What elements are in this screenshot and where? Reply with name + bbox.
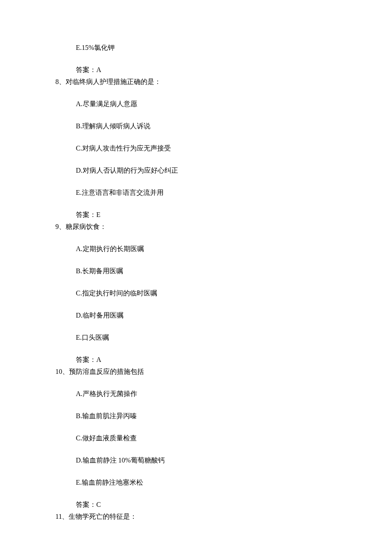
answer-value: E: [96, 211, 101, 218]
option-text: 输血前静注 10%葡萄糖酸钙: [83, 457, 165, 464]
option-text: 注意语言和非语言交流并用: [82, 189, 164, 196]
question-text: 对临终病人护理措施正确的是：: [66, 78, 161, 85]
orphan-option-block: E.15%氯化钾 答案：A: [55, 43, 337, 75]
option-row: B.理解病人倾听病人诉说: [55, 121, 337, 131]
question-heading: 9、糖尿病饮食：: [55, 222, 337, 232]
answer-value: A: [96, 356, 101, 363]
answer-row: 答案：C: [55, 500, 337, 510]
option-label: B.: [76, 412, 82, 419]
option-label: D.: [76, 167, 83, 174]
option-text: 口头医嘱: [82, 334, 109, 341]
option-label: B.: [76, 122, 82, 130]
option-row: D.输血前静注 10%葡萄糖酸钙: [55, 455, 337, 465]
option-text: 理解病人倾听病人诉说: [82, 122, 150, 130]
option-row: E.注意语言和非语言交流并用: [55, 188, 337, 198]
answer-row: 答案：E: [55, 210, 337, 220]
option-label: A.: [76, 100, 83, 107]
answer-row: 答案：A: [55, 65, 337, 75]
option-text: 临时备用医嘱: [83, 312, 124, 319]
option-row: E.输血前静注地塞米松: [55, 477, 337, 488]
answer-value: C: [96, 501, 101, 508]
answer-value: A: [96, 66, 101, 73]
option-text: 严格执行无菌操作: [83, 390, 137, 397]
option-label: E.: [76, 44, 82, 51]
question-block: 8、对临终病人护理措施正确的是： A.尽量满足病人意愿 B.理解病人倾听病人诉说…: [55, 77, 337, 220]
option-row: E.口头医嘱: [55, 332, 337, 343]
option-row: A.尽量满足病人意愿: [55, 99, 337, 109]
option-text: 输血前肌注异丙嗪: [82, 412, 137, 419]
option-text: 对病人否认期的行为应好心纠正: [83, 167, 178, 174]
answer-prefix: 答案：: [76, 356, 96, 363]
option-text: 对病人攻击性行为应无声接受: [82, 145, 171, 152]
question-block: 11、生物学死亡的特征是：: [55, 512, 337, 522]
option-text: 输血前静注地塞米松: [82, 479, 143, 486]
answer-row: 答案：A: [55, 355, 337, 365]
question-text: 糖尿病饮食：: [66, 223, 107, 230]
option-row: C.对病人攻击性行为应无声接受: [55, 143, 337, 153]
option-row: B.长期备用医嘱: [55, 266, 337, 276]
option-label: B.: [76, 267, 82, 275]
answer-prefix: 答案：: [76, 211, 96, 218]
option-text: 指定执行时间的临时医嘱: [82, 289, 157, 297]
option-label: C.: [76, 289, 82, 297]
question-number: 11、: [55, 513, 69, 520]
question-heading: 10、预防溶血反应的措施包括: [55, 367, 337, 377]
option-text: 定期执行的长期医嘱: [83, 245, 144, 252]
option-row: A.定期执行的长期医嘱: [55, 244, 337, 254]
option-label: C.: [76, 434, 82, 442]
option-row: C.做好血液质量检查: [55, 433, 337, 443]
option-row: D.临时备用医嘱: [55, 310, 337, 321]
option-label: D.: [76, 312, 83, 319]
question-heading: 8、对临终病人护理措施正确的是：: [55, 77, 337, 87]
question-number: 9、: [55, 223, 66, 230]
option-label: E.: [76, 479, 82, 486]
option-row: B.输血前肌注异丙嗪: [55, 411, 337, 421]
option-label: A.: [76, 390, 83, 397]
option-row: A.严格执行无菌操作: [55, 389, 337, 399]
option-label: E.: [76, 189, 82, 196]
document-page: E.15%氯化钾 答案：A 8、对临终病人护理措施正确的是： A.尽量满足病人意…: [0, 0, 392, 555]
option-text: 尽量满足病人意愿: [83, 100, 137, 107]
question-heading: 11、生物学死亡的特征是：: [55, 512, 337, 522]
question-text: 生物学死亡的特征是：: [69, 513, 137, 520]
option-text: 15%氯化钾: [82, 44, 115, 51]
answer-prefix: 答案：: [76, 501, 96, 508]
option-label: A.: [76, 245, 83, 252]
option-label: E.: [76, 334, 82, 341]
question-number: 8、: [55, 78, 66, 85]
option-text: 做好血液质量检查: [82, 434, 137, 442]
option-label: D.: [76, 457, 83, 464]
option-label: C.: [76, 145, 82, 152]
answer-prefix: 答案：: [76, 66, 96, 73]
option-row: D.对病人否认期的行为应好心纠正: [55, 165, 337, 176]
question-number: 10、: [55, 368, 69, 375]
option-text: 长期备用医嘱: [82, 267, 123, 275]
question-text: 预防溶血反应的措施包括: [69, 368, 144, 375]
question-block: 9、糖尿病饮食： A.定期执行的长期医嘱 B.长期备用医嘱 C.指定执行时间的临…: [55, 222, 337, 365]
question-block: 10、预防溶血反应的措施包括 A.严格执行无菌操作 B.输血前肌注异丙嗪 C.做…: [55, 367, 337, 510]
option-row: C.指定执行时间的临时医嘱: [55, 288, 337, 298]
option-row: E.15%氯化钾: [55, 43, 337, 53]
